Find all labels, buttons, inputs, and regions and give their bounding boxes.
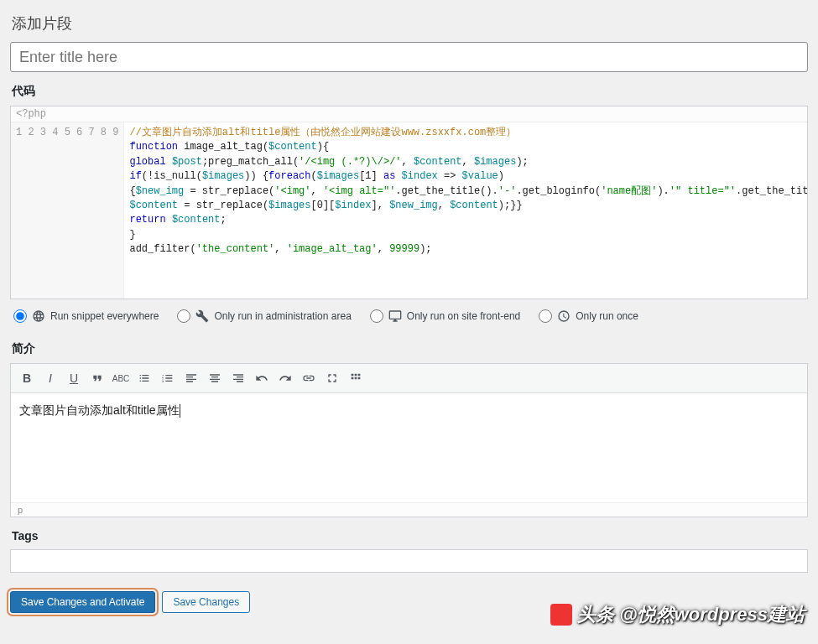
line-number-gutter: 1 2 3 4 5 6 7 8 9 (11, 122, 124, 299)
scope-frontend[interactable]: Only run on site front-end (370, 309, 520, 323)
page-heading: 添加片段 (12, 13, 808, 34)
scope-label: Only run in administration area (214, 310, 351, 322)
editor-path: p (11, 502, 807, 517)
scope-options: Run snippet everywhere Only run in admin… (10, 299, 808, 330)
wrench-icon (195, 309, 209, 323)
scope-radio-admin[interactable] (177, 309, 190, 323)
scope-everywhere[interactable]: Run snippet everywhere (13, 309, 159, 323)
save-button[interactable]: Save Changes (162, 591, 250, 613)
undo-button[interactable] (251, 367, 273, 389)
toggle-toolbar-button[interactable] (345, 367, 367, 389)
php-open-tag: <?php (11, 106, 807, 122)
scope-label: Only run on site front-end (407, 310, 520, 322)
snippet-title-input[interactable] (10, 42, 808, 72)
scope-label: Run snippet everywhere (50, 310, 159, 322)
scope-admin[interactable]: Only run in administration area (177, 309, 351, 323)
globe-icon (32, 309, 45, 323)
clock-icon (557, 309, 571, 323)
ol-button[interactable] (157, 367, 179, 389)
editor-toolbar: B I U ABC (11, 364, 807, 393)
description-editor: B I U ABC 文章图片自动添加alt和title属性 p (10, 363, 808, 517)
save-activate-button[interactable]: Save Changes and Activate (10, 591, 155, 613)
italic-button[interactable]: I (39, 367, 61, 389)
scope-radio-everywhere[interactable] (13, 309, 27, 323)
align-left-button[interactable] (180, 367, 202, 389)
scope-radio-frontend[interactable] (370, 309, 383, 323)
code-editor[interactable]: <?php 1 2 3 4 5 6 7 8 9 //文章图片自动添加alt和ti… (10, 106, 808, 299)
scope-label: Only run once (576, 310, 638, 322)
underline-button[interactable]: U (63, 367, 85, 389)
strike-button[interactable]: ABC (110, 367, 132, 389)
tags-label: Tags (12, 529, 808, 543)
link-button[interactable] (298, 367, 320, 389)
redo-button[interactable] (274, 367, 296, 389)
bold-button[interactable]: B (16, 367, 38, 389)
code-content[interactable]: //文章图片自动添加alt和title属性（由悦然企业网站建设www.zsxxf… (124, 122, 807, 299)
intro-label: 简介 (12, 341, 808, 356)
desktop-icon (388, 309, 402, 323)
tags-input[interactable] (10, 549, 808, 573)
ul-button[interactable] (133, 367, 155, 389)
fullscreen-button[interactable] (321, 367, 343, 389)
editor-textarea[interactable]: 文章图片自动添加alt和title属性 (11, 393, 807, 502)
align-right-button[interactable] (227, 367, 249, 389)
scope-once[interactable]: Only run once (539, 309, 638, 323)
quote-button[interactable] (86, 367, 108, 389)
scope-radio-once[interactable] (539, 309, 552, 323)
align-center-button[interactable] (204, 367, 226, 389)
code-label: 代码 (12, 84, 808, 99)
